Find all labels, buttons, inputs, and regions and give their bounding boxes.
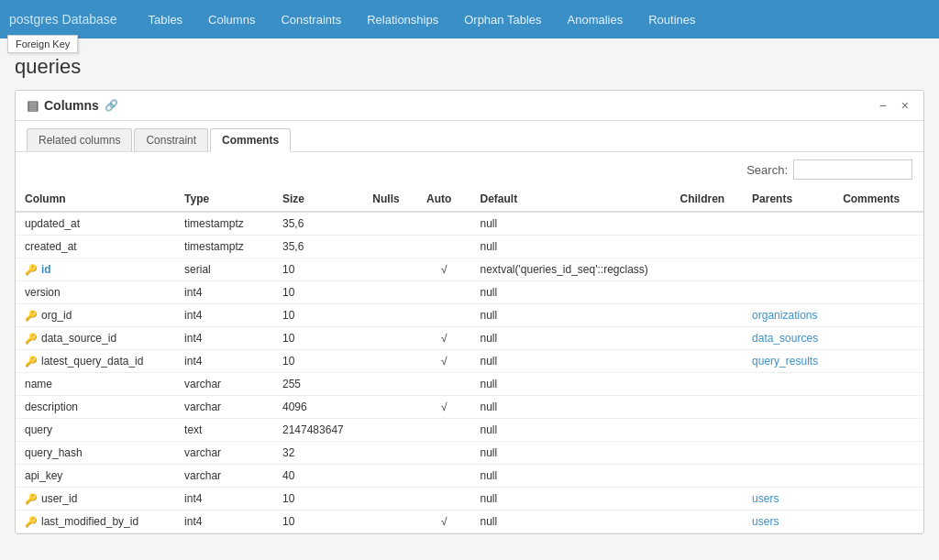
table-row: descriptionvarchar4096√null xyxy=(16,396,923,419)
cell-nulls xyxy=(363,442,417,465)
nav-relationships[interactable]: Relationships xyxy=(354,0,451,38)
cell-size: 35,6 xyxy=(273,212,363,236)
column-name-text: id xyxy=(41,263,51,276)
cell-default: null xyxy=(471,442,671,465)
parent-link[interactable]: organizations xyxy=(752,309,817,322)
cell-type: varchar xyxy=(175,442,273,465)
panel-title-text: Columns xyxy=(44,98,99,113)
cell-size: 32 xyxy=(273,442,363,465)
close-button[interactable]: × xyxy=(898,98,912,113)
header-nulls: Nulls xyxy=(363,187,417,212)
cell-type: int4 xyxy=(175,350,273,373)
cell-type: text xyxy=(175,419,273,442)
header-type: Type xyxy=(175,187,273,212)
columns-panel: ▤ Columns 🔗 − × Related columns Constrai… xyxy=(15,90,924,534)
main-content: ▤ Columns 🔗 − × Related columns Constrai… xyxy=(0,90,939,549)
column-name-text: query xyxy=(25,423,52,436)
table-row: created_attimestamptz35,6null xyxy=(16,236,923,258)
column-name-text: version xyxy=(25,286,61,299)
cell-type: timestamptz xyxy=(175,236,273,258)
cell-nulls xyxy=(363,373,417,396)
parent-link[interactable]: data_sources xyxy=(752,332,818,345)
nav-anomalies[interactable]: Anomalies xyxy=(555,0,636,38)
cell-default: null xyxy=(471,511,671,533)
table-row: versionint410null xyxy=(16,281,923,304)
cell-nulls xyxy=(363,511,417,533)
nav-routines[interactable]: Routines xyxy=(635,0,708,38)
cell-type: int4 xyxy=(175,327,273,350)
table-row: querytext2147483647null xyxy=(16,419,923,442)
search-input[interactable] xyxy=(793,159,912,180)
pk-icon: 🔑 xyxy=(25,264,38,275)
cell-parents xyxy=(743,442,834,465)
cell-default: null xyxy=(471,350,671,373)
cell-parents xyxy=(743,212,834,236)
parent-link[interactable]: users xyxy=(752,492,779,505)
header-auto: Auto xyxy=(417,187,470,212)
cell-column-name: 🔑org_id xyxy=(16,304,175,327)
table-row: updated_attimestamptz35,6null xyxy=(16,212,923,236)
search-label: Search: xyxy=(746,163,788,177)
nav-columns[interactable]: Columns xyxy=(195,0,268,38)
cell-auto xyxy=(417,212,470,236)
cell-children xyxy=(670,373,743,396)
cell-column-name: 🔑last_modified_by_id xyxy=(16,511,175,533)
tab-related-columns[interactable]: Related columns xyxy=(27,128,132,151)
nav-tables[interactable]: Tables xyxy=(136,0,196,38)
cell-auto: √ xyxy=(417,511,470,533)
cell-parents xyxy=(743,396,834,419)
cell-children xyxy=(670,419,743,442)
cell-type: timestamptz xyxy=(175,212,273,236)
cell-children xyxy=(670,281,743,304)
fk-icon: 🔑 xyxy=(25,333,38,344)
tab-bar: Related columns Constraint Comments xyxy=(16,121,923,152)
cell-comments xyxy=(834,212,923,236)
cell-size: 40 xyxy=(273,465,363,488)
cell-size: 255 xyxy=(273,373,363,396)
panel-controls: − × xyxy=(876,98,912,113)
cell-column-name: description xyxy=(16,396,175,419)
cell-default: null xyxy=(471,304,671,327)
cell-size: 10 xyxy=(273,350,363,373)
column-name-text: last_modified_by_id xyxy=(41,515,138,528)
cell-column-name: 🔑id xyxy=(16,258,175,281)
cell-parents: users xyxy=(743,488,834,511)
table-row: 🔑data_source_idint410√nulldata_sources xyxy=(16,327,923,350)
cell-auto xyxy=(417,442,470,465)
table-row: 🔑latest_query_data_idint410√nullquery_re… xyxy=(16,350,923,373)
nav-orphan-tables[interactable]: Orphan Tables xyxy=(451,0,554,38)
cell-auto: √ xyxy=(417,350,470,373)
panel-title: ▤ Columns 🔗 xyxy=(27,98,118,113)
cell-type: serial xyxy=(175,258,273,281)
column-name-text: description xyxy=(25,401,78,413)
tab-comments[interactable]: Comments xyxy=(210,128,291,152)
cell-type: varchar xyxy=(175,373,273,396)
cell-size: 10 xyxy=(273,511,363,533)
table-row: 🔑org_idint410nullorganizations xyxy=(16,304,923,327)
tab-constraint[interactable]: Constraint xyxy=(134,128,208,151)
fk-icon: 🔑 xyxy=(25,493,38,504)
cell-children xyxy=(670,465,743,488)
cell-auto xyxy=(417,281,470,304)
cell-parents: users xyxy=(743,511,834,533)
cell-children xyxy=(670,511,743,533)
parent-link[interactable]: users xyxy=(752,515,779,528)
cell-type: varchar xyxy=(175,396,273,419)
table-row: 🔑user_idint410nullusers xyxy=(16,488,923,511)
link-icon[interactable]: 🔗 xyxy=(105,99,118,112)
cell-nulls xyxy=(363,212,417,236)
cell-auto: √ xyxy=(417,258,470,281)
cell-children xyxy=(670,327,743,350)
brand-name: postgres xyxy=(9,12,59,27)
cell-comments xyxy=(834,511,923,533)
minimize-button[interactable]: − xyxy=(876,98,890,113)
table-row: api_keyvarchar40null xyxy=(16,465,923,488)
search-bar: Search: xyxy=(16,152,923,187)
parent-link[interactable]: query_results xyxy=(752,355,818,368)
cell-column-name: version xyxy=(16,281,175,304)
nav-constraints[interactable]: Constraints xyxy=(268,0,354,38)
cell-default: null xyxy=(471,281,671,304)
cell-auto xyxy=(417,373,470,396)
cell-nulls xyxy=(363,350,417,373)
cell-children xyxy=(670,396,743,419)
